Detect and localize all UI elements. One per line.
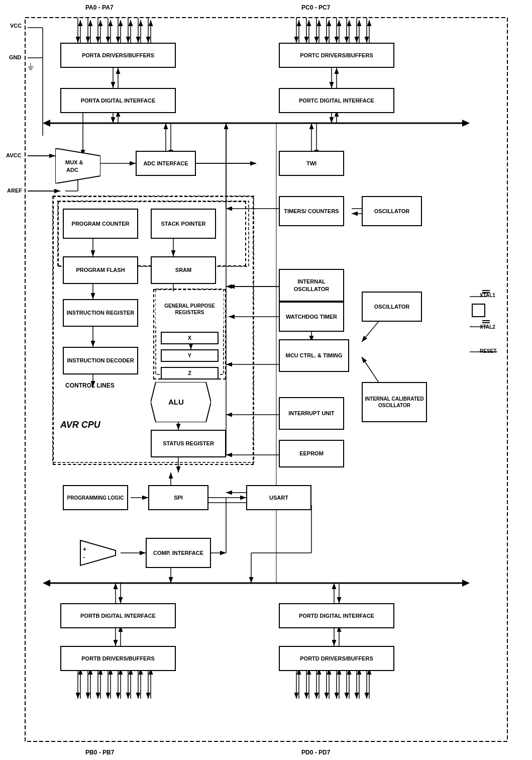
pd-pins-label: PD0 - PD7	[301, 749, 330, 756]
vcc-label: VCC	[10, 23, 22, 29]
internal-osc-block: INTERNAL OSCILLATOR	[279, 269, 344, 302]
oscillator-mid-block: OSCILLATOR	[362, 292, 422, 322]
svg-text:ADC: ADC	[66, 167, 78, 173]
timers-counters-block: TIMERS/ COUNTERS	[279, 196, 344, 226]
pc-pins-label: PC0 - PC7	[301, 4, 330, 11]
watchdog-block: WATCHDOG TIMER	[279, 302, 344, 332]
svg-text:+: +	[83, 546, 86, 553]
reset-label: RESET	[480, 348, 496, 354]
pb-pins-label: PB0 - PB7	[85, 749, 114, 756]
twi-block: TWI	[279, 151, 344, 176]
pa-pins-label: PA0 - PA7	[85, 4, 114, 11]
sram-block: SRAM	[151, 256, 216, 284]
svg-marker-91	[43, 580, 50, 587]
usart-block: USART	[246, 485, 311, 510]
portc-digital-block: PORTC DIGITAL INTERFACE	[279, 88, 394, 113]
svg-text:-: -	[83, 554, 85, 561]
instruction-register-block: INSTRUCTION REGISTER	[63, 299, 138, 327]
svg-marker-44	[462, 120, 470, 127]
instruction-decoder-block: INSTRUCTION DECODER	[63, 347, 138, 374]
interrupt-unit-block: INTERRUPT UNIT	[279, 397, 344, 430]
comp-interface-block: COMP. INTERFACE	[146, 538, 211, 568]
svg-marker-162	[80, 540, 116, 565]
xtal1-label: XTAL1	[480, 293, 495, 298]
svg-text:ALU: ALU	[168, 398, 184, 406]
mux-adc-block: MUX & ADC	[55, 148, 100, 183]
internal-cal-osc-block: INTERNAL CALIBRATED OSCILLATOR	[362, 382, 427, 422]
portb-digital-block: PORTB DIGITAL INTERFACE	[60, 603, 176, 628]
eeprom-block: EEPROM	[279, 440, 344, 467]
gnd-label: GND	[9, 54, 21, 60]
portb-drivers-block: PORTB DRIVERS/BUFFERS	[60, 646, 176, 671]
gnd-symbol: ⏚	[28, 60, 34, 72]
program-counter-block: PROGRAM COUNTER	[63, 209, 138, 239]
reg-x-block: X	[161, 332, 219, 344]
porta-drivers-block: PORTA DRIVERS/BUFFERS	[60, 43, 176, 68]
avr-cpu-label: AVR CPU	[60, 420, 100, 430]
xtal2-label: XTAL2	[480, 324, 495, 330]
portd-drivers-block: PORTD DRIVERS/BUFFERS	[279, 646, 394, 671]
general-purpose-regs-block: GENERAL PURPOSE REGISTERS	[156, 292, 224, 327]
reg-y-block: Y	[161, 349, 219, 362]
diagram: PA0 - PA7 PC0 - PC7 VCC GND ⏚ AVCC AREF …	[0, 0, 532, 760]
comparator-block: + -	[78, 538, 118, 568]
alu-block: ALU	[151, 382, 211, 422]
spi-block: SPI	[148, 485, 208, 510]
svg-text:MUX &: MUX &	[65, 159, 83, 165]
avcc-label: AVCC	[6, 152, 21, 158]
status-register-block: STATUS REGISTER	[151, 430, 226, 457]
adc-interface-block: ADC INTERFACE	[136, 151, 196, 176]
aref-label: AREF	[7, 187, 22, 194]
svg-rect-140	[472, 304, 485, 317]
oscillator-top-block: OSCILLATOR	[362, 196, 422, 226]
svg-marker-43	[43, 120, 50, 127]
control-lines-label: CONTROL LINES	[65, 382, 115, 389]
porta-digital-block: PORTA DIGITAL INTERFACE	[60, 88, 176, 113]
program-flash-block: PROGRAM FLASH	[63, 256, 138, 284]
svg-marker-157	[55, 148, 100, 183]
reg-z-block: Z	[161, 367, 219, 379]
programming-logic-block: PROGRAMMING LOGIC	[63, 485, 128, 510]
svg-marker-92	[462, 580, 470, 587]
portd-digital-block: PORTD DIGITAL INTERFACE	[279, 603, 394, 628]
stack-pointer-block: STACK POINTER	[151, 209, 216, 239]
mcu-ctrl-block: MCU CTRL. & TIMING	[279, 339, 349, 372]
portc-drivers-block: PORTC DRIVERS/BUFFERS	[279, 43, 394, 68]
